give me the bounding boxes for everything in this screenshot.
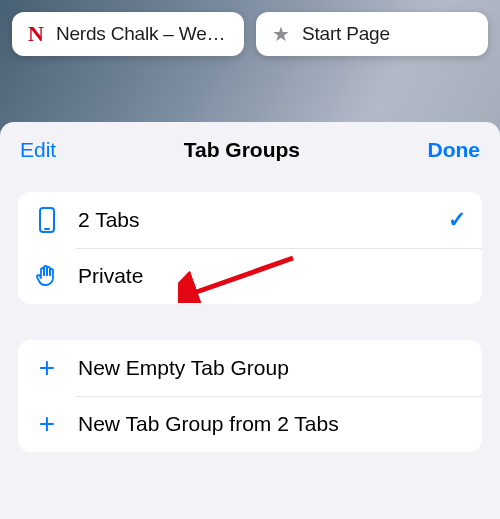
edit-button[interactable]: Edit [20,138,56,162]
phone-icon [34,207,60,233]
done-button[interactable]: Done [428,138,481,162]
favicon-n-icon: N [26,23,46,45]
sheet-title: Tab Groups [184,138,300,162]
new-empty-tab-group[interactable]: + New Empty Tab Group [18,340,482,396]
new-tab-group-from-tabs[interactable]: + New Tab Group from 2 Tabs [18,396,482,452]
tab-group-label: Private [78,264,466,288]
tab-groups-sheet: Edit Tab Groups Done 2 Tabs ✓ [0,122,500,519]
plus-icon: + [34,354,60,382]
tab-title: Start Page [302,23,390,45]
tab-group-actions: + New Empty Tab Group + New Tab Group fr… [18,340,482,452]
star-icon: ★ [270,24,292,44]
tab-group-private[interactable]: Private [18,248,482,304]
hand-icon [34,264,60,288]
sheet-header: Edit Tab Groups Done [0,122,500,180]
plus-icon: + [34,410,60,438]
tab-title: Nerds Chalk – We Ex... [56,23,230,45]
checkmark-icon: ✓ [448,207,466,233]
tab-group-current[interactable]: 2 Tabs ✓ [18,192,482,248]
open-tabs-strip: N Nerds Chalk – We Ex... ★ Start Page [0,0,500,56]
tab-groups-list: 2 Tabs ✓ Private [18,192,482,304]
tab-group-label: 2 Tabs [78,208,430,232]
tab-thumb[interactable]: N Nerds Chalk – We Ex... [12,12,244,56]
action-label: New Tab Group from 2 Tabs [78,412,466,436]
action-label: New Empty Tab Group [78,356,466,380]
tab-thumb[interactable]: ★ Start Page [256,12,488,56]
